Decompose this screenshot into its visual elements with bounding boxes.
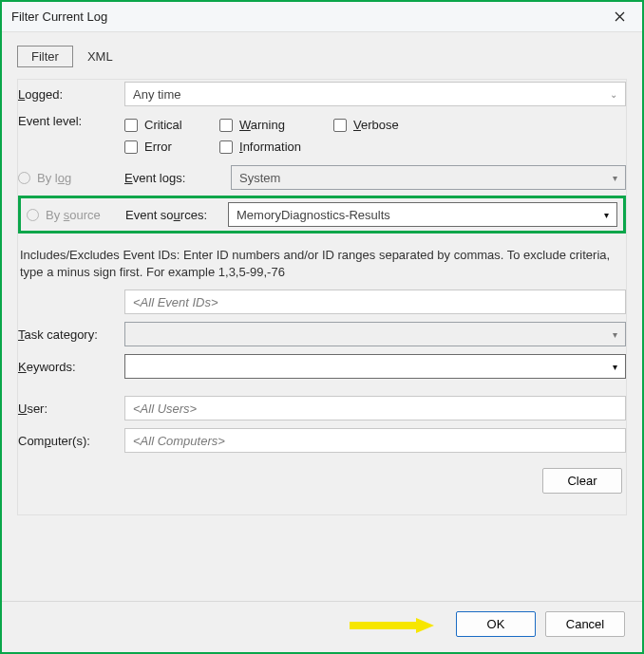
by-log-radio: By log xyxy=(18,171,124,185)
clear-button[interactable]: Clear xyxy=(542,468,622,494)
information-checkbox[interactable]: Information xyxy=(219,136,333,158)
tab-strip: Filter XML xyxy=(17,46,627,67)
keywords-combo[interactable]: ▾ xyxy=(124,354,626,379)
dialog-content: Filter XML Logged: Any time ⌄ Event leve… xyxy=(2,32,642,601)
task-category-combo[interactable]: ▾ xyxy=(124,322,626,346)
close-icon xyxy=(615,11,625,22)
event-sources-highlight: By source Event sources: MemoryDiagnosti… xyxy=(18,196,626,234)
logged-label: Logged: xyxy=(18,87,124,102)
radio-icon xyxy=(27,209,39,221)
tab-filter[interactable]: Filter xyxy=(17,46,73,67)
annotation-arrow xyxy=(344,617,435,634)
close-button[interactable] xyxy=(606,4,633,30)
dialog-footer: OK Cancel xyxy=(2,601,642,652)
event-ids-help: Includes/Excludes Event IDs: Enter ID nu… xyxy=(20,247,624,280)
event-level-label: Event level: xyxy=(18,114,124,128)
chevron-down-icon: ⌄ xyxy=(610,89,617,100)
event-logs-combo: System ▾ xyxy=(231,165,626,190)
chevron-down-icon: ▾ xyxy=(604,210,609,220)
chevron-down-icon: ▾ xyxy=(613,329,617,340)
computers-input[interactable]: <All Computers> xyxy=(124,428,626,453)
filter-panel: Logged: Any time ⌄ Event level: Critical… xyxy=(17,79,627,515)
event-sources-label: Event sources: xyxy=(125,208,226,222)
filter-current-log-window: Filter Current Log Filter XML Logged: An… xyxy=(0,0,644,654)
user-input[interactable]: <All Users> xyxy=(124,396,626,420)
event-logs-label: Event logs: xyxy=(124,171,229,185)
computers-label: Computer(s): xyxy=(18,434,124,448)
keywords-label: Keywords: xyxy=(18,360,124,374)
ok-button[interactable]: OK xyxy=(456,611,536,637)
event-sources-value: MemoryDiagnostics-Results xyxy=(237,208,390,222)
window-title: Filter Current Log xyxy=(11,9,107,24)
by-source-radio: By source xyxy=(27,208,125,222)
error-checkbox[interactable]: Error xyxy=(124,136,219,158)
radio-icon xyxy=(18,172,30,184)
chevron-down-icon: ▾ xyxy=(613,362,617,372)
titlebar: Filter Current Log xyxy=(2,2,642,32)
logged-combo[interactable]: Any time ⌄ xyxy=(124,82,626,106)
event-ids-input[interactable]: <All Event IDs> xyxy=(124,290,626,314)
chevron-down-icon: ▾ xyxy=(613,173,617,183)
warning-checkbox[interactable]: Warning xyxy=(219,114,333,136)
critical-checkbox[interactable]: Critical xyxy=(124,114,219,136)
event-logs-value: System xyxy=(239,171,280,185)
verbose-checkbox[interactable]: Verbose xyxy=(333,114,428,136)
cancel-button[interactable]: Cancel xyxy=(545,611,625,637)
user-label: User: xyxy=(18,402,124,416)
event-sources-combo[interactable]: MemoryDiagnostics-Results ▾ xyxy=(228,202,617,227)
tab-xml[interactable]: XML xyxy=(73,46,127,67)
task-category-label: Task category: xyxy=(18,327,124,342)
logged-value: Any time xyxy=(133,87,181,102)
